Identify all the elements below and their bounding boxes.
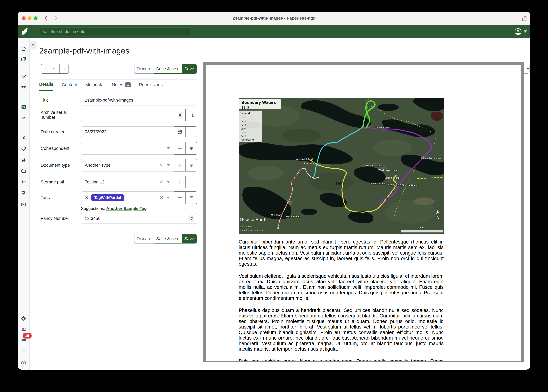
close-document-button[interactable]	[41, 64, 50, 74]
tab-permissions[interactable]: Permissions	[139, 82, 163, 91]
tags-input[interactable]: ✕ TagWithPartial ✕	[81, 191, 174, 204]
discard-button[interactable]: Discard	[134, 64, 154, 74]
filter-lines-icon	[189, 163, 194, 168]
sidebar-item-documents[interactable]	[21, 56, 26, 62]
divider	[39, 231, 197, 231]
search-input[interactable]	[40, 27, 191, 36]
text-annotation: Text	[335, 181, 344, 186]
fancy-number-input[interactable]	[81, 213, 197, 224]
svg-text:Canoe Island: Canoe Island	[371, 182, 385, 185]
share-icon[interactable]	[521, 15, 528, 22]
svg-text:Lincoln Island: Lincoln Island	[385, 177, 399, 179]
sidebar-item-help-icon[interactable]: ?	[21, 360, 26, 366]
sidebar-item-saved-view-1[interactable]	[21, 74, 26, 79]
pdf-preview-frame[interactable]: Hausons Island New York Island Gary Isla…	[203, 62, 524, 362]
sidebar-item-document-types[interactable]	[21, 157, 26, 162]
next-document-button[interactable]	[59, 64, 69, 74]
tab-details[interactable]: Details	[39, 82, 53, 91]
tag-remove-icon[interactable]: ✕	[85, 195, 88, 200]
sidebar-item-users-groups[interactable]	[21, 327, 26, 332]
document-type-add-button[interactable]	[174, 159, 186, 171]
date-calendar-button[interactable]	[174, 126, 186, 137]
tab-notes[interactable]: Notes1	[112, 82, 131, 91]
page-title: 2sample-pdf-with-images	[39, 46, 129, 55]
storage-path-select[interactable]: Testing 12 ✕	[81, 176, 174, 188]
correspondent-select[interactable]	[81, 142, 174, 155]
svg-text:Gary Island: Gary Island	[303, 162, 315, 164]
legend-item: Day 6	[241, 134, 260, 138]
legend-item: Day 1	[241, 116, 260, 119]
paragraph: Phasellus dapibus quam a hendrerit place…	[239, 308, 444, 352]
tab-content[interactable]: Content	[62, 82, 77, 91]
sidebar-item-custom-fields[interactable]	[21, 179, 26, 185]
map-image: Hausons Island New York Island Gary Isla…	[239, 98, 444, 234]
tags-add-button[interactable]	[174, 191, 186, 204]
tags-filter-button[interactable]	[186, 191, 197, 204]
map-legend: Legend Day 1 Day 2 Day 3 Day 4 Day 5 Day…	[239, 111, 262, 142]
paragraph: Duis non tincidunt purus. Nam quis sapie…	[239, 358, 444, 361]
sidebar-item-logs[interactable]	[21, 349, 26, 354]
suggestion-link[interactable]: Another Sample Tag	[106, 206, 147, 211]
legend-item: Day 2	[241, 119, 260, 123]
legend-item: Day 4	[241, 127, 260, 131]
sidebar-item-close-all-icon[interactable]	[21, 115, 26, 121]
asn-input[interactable]	[81, 109, 186, 121]
arrow-left-icon	[52, 67, 57, 71]
sidebar-item-storage-paths[interactable]	[21, 168, 26, 174]
sidebar-item-saved-view-2[interactable]	[21, 85, 26, 91]
save-button[interactable]: Save	[182, 64, 197, 74]
sidebar-item-dashboard[interactable]	[21, 46, 26, 51]
clear-icon[interactable]: ✕	[159, 162, 163, 168]
correspondent-filter-button[interactable]	[186, 142, 197, 155]
user-avatar-icon[interactable]	[514, 28, 522, 35]
title-input[interactable]	[81, 95, 197, 105]
search-icon	[43, 29, 48, 34]
map-credit: Image © 2017 DigitalGlobe	[240, 229, 263, 231]
previous-document-button[interactable]	[50, 64, 59, 74]
paragraph: Vestibulum eleifend, ligula a scelerisqu…	[239, 273, 444, 301]
clear-icon[interactable]: ✕	[159, 179, 163, 185]
svg-text:Half Dog Island: Half Dog Island	[366, 164, 382, 167]
discard-button-bottom[interactable]: Discard	[134, 234, 154, 244]
storage-path-label: Storage path	[41, 180, 78, 184]
sidebar-item-settings-gear-icon[interactable]	[21, 316, 26, 321]
document-text: Curabitur bibendum ante urna, sed blandi…	[239, 239, 444, 361]
chevron-down-icon	[167, 147, 170, 149]
fancy-number-label: Fancy Number	[41, 216, 78, 221]
sidebar-expand-button[interactable]: »	[30, 41, 36, 49]
save-button-bottom[interactable]: Save	[182, 234, 197, 244]
legend-item: Day 5	[241, 131, 260, 134]
document-type-filter-button[interactable]	[186, 159, 197, 171]
sidebar-item-file-documents[interactable]	[21, 191, 26, 196]
notes-count-badge: 1	[125, 82, 130, 87]
sidebar-item-correspondents[interactable]	[21, 135, 26, 140]
legend-title: Legend	[241, 112, 260, 115]
asn-stepper[interactable]	[178, 112, 183, 119]
clear-icon[interactable]: ✕	[159, 195, 163, 201]
chevron-down-icon	[167, 181, 170, 183]
svg-text:Mile Island: Mile Island	[271, 214, 282, 216]
plus-icon	[177, 146, 182, 151]
user-menu-caret-icon[interactable]	[524, 30, 527, 33]
date-created-input[interactable]	[81, 126, 174, 137]
storage-path-filter-button[interactable]	[186, 176, 197, 188]
tab-metadata[interactable]: Metadata	[85, 82, 103, 91]
correspondent-add-button[interactable]	[174, 142, 186, 155]
plus-icon	[177, 195, 182, 200]
date-filter-button[interactable]	[186, 126, 197, 137]
asn-increment-button[interactable]: +1	[185, 109, 197, 121]
map-scale-label: 3 mi	[401, 226, 443, 229]
save-and-next-button-bottom[interactable]: Save & next	[154, 234, 182, 244]
svg-text:Indian Grave Island: Indian Grave Island	[421, 157, 442, 160]
sidebar-item-open-document[interactable]	[21, 104, 26, 110]
storage-path-add-button[interactable]	[174, 176, 186, 188]
sidebar-item-tags[interactable]	[21, 146, 26, 152]
fancy-number-stepper[interactable]	[189, 215, 195, 222]
sidebar-item-mail[interactable]	[21, 202, 26, 207]
tag-chip[interactable]: TagWithPartial	[91, 194, 124, 201]
svg-text:N: N	[436, 215, 440, 220]
titlebar: 2sample-pdf-with-images - Paperless-ngx	[18, 12, 530, 25]
document-type-select[interactable]: Another Type ✕	[81, 159, 174, 171]
save-and-next-button[interactable]: Save & next	[154, 64, 182, 74]
tab-bar: Details Content Metadata Notes1 Permissi…	[39, 82, 163, 91]
